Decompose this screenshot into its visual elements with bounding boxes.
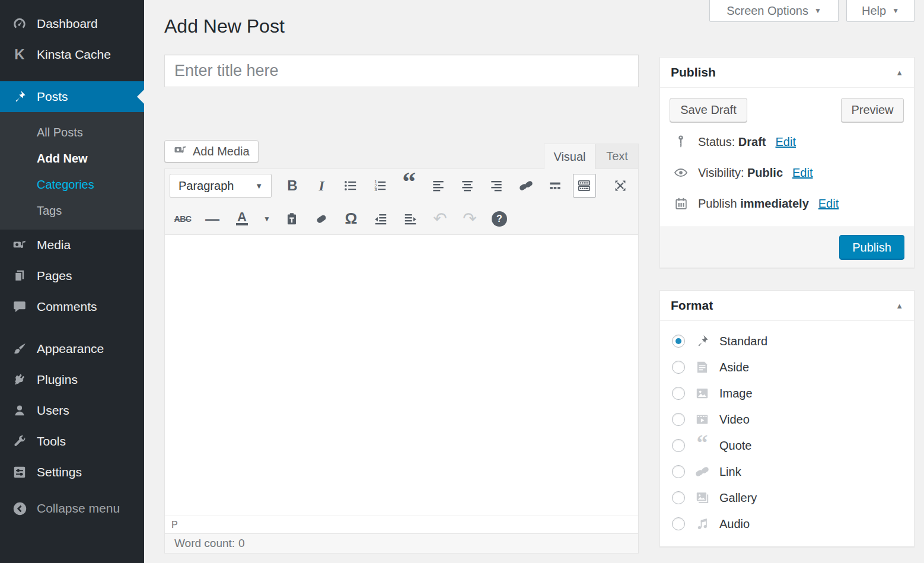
status-row: Status: Draft Edit — [673, 134, 796, 150]
sidebar-item-posts[interactable]: Posts — [0, 81, 144, 112]
omega-icon: Ω — [345, 209, 358, 228]
redo-icon: ↷ — [463, 209, 476, 228]
publish-button[interactable]: Publish — [839, 235, 904, 260]
radio-image[interactable] — [672, 387, 685, 400]
bulleted-list-button[interactable] — [339, 174, 362, 198]
sidebar-item-comments[interactable]: Comments — [0, 291, 144, 322]
sidebar-item-label: Pages — [37, 269, 72, 283]
publish-panel-header[interactable]: Publish ▲ — [660, 58, 914, 88]
collapse-panel-icon[interactable]: ▲ — [896, 68, 903, 77]
keyboard-shortcuts-button[interactable]: ? — [488, 207, 511, 231]
numbered-list-icon: 123 — [372, 178, 388, 193]
blockquote-button[interactable]: “ — [397, 174, 420, 198]
sidebar-item-media[interactable]: Media — [0, 230, 144, 260]
menu-separator — [0, 70, 144, 81]
video-icon — [693, 412, 711, 427]
sidebar-item-label: Collapse menu — [37, 501, 120, 516]
tab-visual[interactable]: Visual — [544, 144, 595, 169]
active-menu-arrow — [137, 90, 144, 104]
special-character-button[interactable]: Ω — [339, 207, 363, 231]
collapse-menu-button[interactable]: Collapse menu — [0, 493, 144, 524]
submenu-item-add-new[interactable]: Add New — [0, 145, 144, 171]
sidebar-item-tools[interactable]: Tools — [0, 426, 144, 457]
format-option-image: Image — [660, 380, 914, 406]
settings-sliders-icon — [11, 463, 28, 481]
chevron-down-icon: ▼ — [814, 7, 821, 15]
horizontal-rule-button[interactable]: — — [200, 207, 224, 231]
media-camera-icon — [173, 143, 187, 160]
blockquote-icon: “ — [402, 179, 416, 192]
editor-content[interactable] — [165, 235, 638, 516]
submenu-item-all-posts[interactable]: All Posts — [0, 119, 144, 145]
format-option-standard: Standard — [660, 328, 914, 354]
sidebar-item-appearance[interactable]: Appearance — [0, 333, 144, 364]
indent-icon — [403, 211, 418, 227]
sidebar-item-dashboard[interactable]: Dashboard — [0, 8, 144, 39]
bold-icon: B — [287, 177, 297, 194]
sidebar-item-label: Kinsta Cache — [37, 47, 111, 62]
eraser-icon — [314, 211, 329, 227]
italic-button[interactable]: I — [310, 174, 333, 198]
radio-quote[interactable] — [672, 439, 685, 452]
radio-standard[interactable] — [672, 335, 685, 348]
insert-link-button[interactable] — [514, 174, 537, 198]
submenu-item-categories[interactable]: Categories — [0, 171, 144, 198]
radio-audio[interactable] — [672, 517, 685, 530]
radio-link[interactable] — [672, 465, 685, 478]
visibility-row: Visibility: Public Edit — [673, 165, 813, 180]
format-options-list: Standard Aside Image Video “ Quot — [660, 321, 914, 537]
sidebar-item-plugins[interactable]: Plugins — [0, 364, 144, 395]
read-more-button[interactable] — [543, 174, 566, 198]
save-draft-button[interactable]: Save Draft — [670, 98, 747, 122]
align-right-button[interactable] — [485, 174, 508, 198]
submenu-item-tags[interactable]: Tags — [0, 198, 144, 224]
strikethrough-button[interactable]: ABC — [171, 207, 195, 231]
screen-options-button[interactable]: Screen Options ▼ — [709, 0, 839, 22]
paragraph-style-select[interactable]: Paragraph ▼ — [170, 174, 272, 198]
sidebar-item-settings[interactable]: Settings — [0, 457, 144, 488]
schedule-value: immediately — [740, 197, 809, 210]
undo-button[interactable]: ↶ — [428, 207, 452, 231]
align-left-button[interactable] — [426, 174, 450, 198]
toolbar-toggle-button[interactable] — [573, 174, 596, 198]
redo-button[interactable]: ↷ — [458, 207, 482, 231]
add-media-button[interactable]: Add Media — [164, 140, 259, 163]
numbered-list-button[interactable]: 123 — [368, 174, 391, 198]
sidebar-item-kinsta-cache[interactable]: K Kinsta Cache — [0, 39, 144, 70]
bold-button[interactable]: B — [281, 174, 304, 198]
radio-aside[interactable] — [672, 361, 685, 374]
radio-video[interactable] — [672, 413, 685, 426]
paste-as-text-button[interactable] — [280, 207, 304, 231]
fullscreen-button[interactable] — [609, 174, 632, 198]
sidebar-item-pages[interactable]: Pages — [0, 260, 144, 291]
sidebar-item-users[interactable]: Users — [0, 395, 144, 426]
edit-visibility-link[interactable]: Edit — [792, 166, 813, 180]
svg-text:3: 3 — [374, 187, 377, 192]
radio-gallery[interactable] — [672, 491, 685, 504]
format-panel-header[interactable]: Format ▲ — [660, 291, 914, 321]
collapse-panel-icon[interactable]: ▲ — [896, 301, 903, 310]
paintbrush-icon — [11, 340, 28, 358]
quote-icon: “ — [693, 438, 711, 453]
indent-button[interactable] — [399, 207, 422, 231]
help-button[interactable]: Help ▼ — [846, 0, 915, 22]
image-icon — [693, 386, 711, 401]
tab-text[interactable]: Text — [595, 144, 639, 168]
comment-bubble-icon — [11, 298, 28, 316]
paste-as-text-icon — [284, 211, 299, 227]
collapse-arrow-icon — [11, 500, 28, 517]
edit-status-link[interactable]: Edit — [776, 135, 796, 149]
clear-formatting-button[interactable] — [310, 207, 333, 231]
outdent-button[interactable] — [369, 207, 393, 231]
post-title-input[interactable] — [164, 55, 639, 87]
align-center-button[interactable] — [456, 174, 479, 198]
sidebar-item-label: Dashboard — [37, 17, 98, 31]
word-count-value: 0 — [238, 537, 245, 550]
text-color-button[interactable]: A — [230, 207, 254, 231]
chevron-down-icon: ▼ — [255, 182, 263, 190]
post-editor: Paragraph ▼ B I 123 “ — [164, 168, 639, 553]
menu-separator — [0, 322, 144, 333]
preview-button[interactable]: Preview — [841, 98, 904, 122]
text-color-caret-button[interactable]: ▼ — [260, 207, 274, 231]
edit-schedule-link[interactable]: Edit — [818, 197, 839, 211]
